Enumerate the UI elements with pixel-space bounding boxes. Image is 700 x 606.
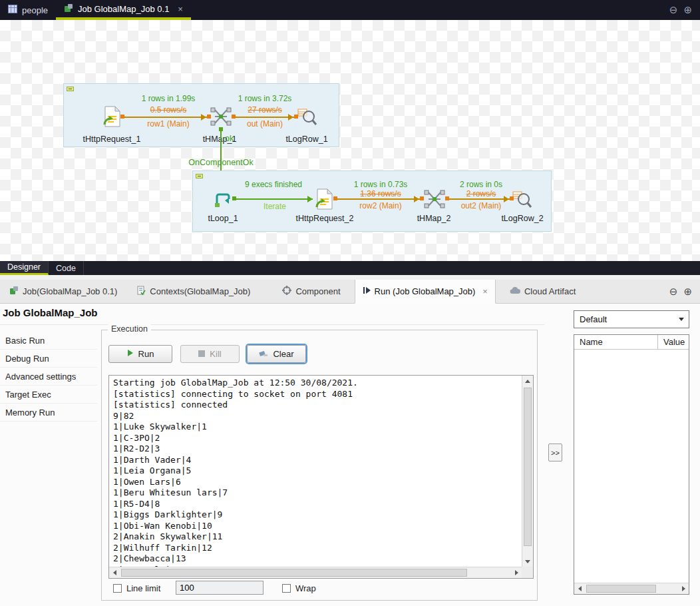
tab-contexts-view[interactable]: Contexts(GlobalMap_Job) — [130, 280, 258, 303]
collapse-subjob2-button[interactable] — [196, 174, 203, 178]
clear-button[interactable]: Clear — [247, 345, 306, 363]
minimize-icon[interactable]: ⊖ — [669, 4, 678, 16]
run-mode-item[interactable]: Basic Run — [0, 332, 97, 350]
row-stat: 1 rows in 3.72s — [224, 94, 306, 103]
run-mode-item[interactable]: Advanced settings — [0, 368, 97, 386]
tab-job-globalmap[interactable]: Job GlobalMap_Job 0.1 × — [56, 0, 191, 20]
chevron-down-icon — [674, 318, 689, 321]
component-label[interactable]: tHMap_2 — [401, 214, 467, 223]
row-name[interactable]: row2 (Main) — [339, 201, 422, 210]
trigger-label[interactable]: OnComponentOk — [174, 158, 267, 167]
column-header-value: Value — [658, 335, 689, 349]
scrollbar-corner — [522, 567, 533, 578]
scroll-left-icon[interactable] — [109, 567, 120, 578]
maximize-icon[interactable]: ⊕ — [683, 4, 692, 16]
out-connection-line[interactable] — [234, 117, 295, 118]
row-name[interactable]: out (Main) — [224, 119, 306, 129]
row-name[interactable]: Iterate — [235, 202, 315, 211]
tab-label: Run (Job GlobalMap_Job) — [375, 286, 476, 296]
column-header-name: Name — [574, 335, 658, 349]
tab-label: Code — [56, 264, 76, 273]
scrollbar-thumb[interactable] — [586, 585, 656, 593]
console-output: Starting job GlobalMap_Job at 12:50 30/0… — [109, 376, 522, 567]
row2-connection-line[interactable] — [335, 198, 421, 200]
run-mode-item[interactable]: Target Exec — [0, 386, 97, 404]
page-title: Job GlobalMap_Job — [3, 307, 98, 318]
tab-label: Contexts(GlobalMap_Job) — [150, 286, 250, 296]
scroll-up-icon[interactable] — [522, 376, 533, 386]
wrap-checkbox[interactable] — [282, 584, 291, 593]
line-limit-checkbox[interactable] — [113, 584, 122, 593]
table-grid-icon — [8, 5, 17, 15]
component-label[interactable]: tHttpRequest_2 — [291, 214, 358, 223]
tab-designer[interactable]: Designer — [0, 261, 49, 275]
minimize-icon[interactable]: ⊖ — [669, 286, 678, 298]
run-view-content: Job GlobalMap_Job Basic RunDebug RunAdva… — [0, 304, 700, 606]
view-bar-controls: ⊖ ⊕ — [669, 280, 700, 303]
close-icon[interactable]: × — [482, 286, 488, 296]
line-limit-input[interactable] — [176, 581, 263, 595]
kill-button[interactable]: Kill — [180, 345, 240, 363]
scroll-right-icon[interactable] — [511, 567, 522, 578]
designer-code-bar: Designer Code — [0, 261, 700, 275]
cloud-icon — [510, 286, 520, 296]
run-button[interactable]: Run — [108, 345, 172, 363]
context-select[interactable]: Default — [574, 310, 689, 328]
context-selected-value: Default — [574, 314, 674, 324]
job-design-canvas[interactable]: tHttpRequest_1 tHMap_1 tLogRow_1 1 rows … — [0, 20, 700, 261]
component-label[interactable]: tLogRow_2 — [489, 214, 556, 223]
thttprequest-1-icon[interactable] — [102, 106, 121, 130]
tloop-1-icon[interactable] — [213, 189, 233, 212]
talend-studio-window: people Job GlobalMap_Job 0.1 × ⊖ ⊕ tHttp… — [0, 0, 700, 606]
job-icon — [64, 3, 73, 15]
execution-console[interactable]: Starting job GlobalMap_Job at 12:50 30/0… — [108, 375, 534, 579]
tab-cloud-artifact[interactable]: Cloud Artifact — [502, 280, 583, 303]
row-rate: 0.5 rows/s — [127, 105, 210, 115]
console-line: 1|Owen Lars|6 — [113, 477, 518, 488]
console-line: 1|R5-D4|8 — [113, 499, 518, 510]
row1-connection-line[interactable] — [122, 117, 208, 118]
row-name[interactable]: row1 (Main) — [127, 119, 210, 129]
maximize-icon[interactable]: ⊕ — [683, 286, 692, 298]
component-label[interactable]: tHMap_1 — [186, 135, 253, 144]
button-label: Run — [138, 349, 154, 359]
run-mode-item[interactable]: Debug Run — [0, 350, 97, 368]
component-label[interactable]: tLoop_1 — [190, 214, 256, 223]
tab-people[interactable]: people — [0, 0, 56, 20]
component-label[interactable]: tLogRow_1 — [273, 135, 340, 144]
trigger-short-label[interactable]: ok — [225, 134, 234, 143]
out2-connection-line[interactable] — [447, 198, 510, 200]
tab-job-view[interactable]: Job(GlobalMap_Job 0.1) — [3, 280, 124, 303]
console-line: Starting job GlobalMap_Job at 12:50 30/0… — [113, 378, 518, 389]
tab-label: Job(GlobalMap_Job 0.1) — [23, 286, 117, 296]
component-label[interactable]: tHttpRequest_1 — [79, 135, 145, 144]
scrollbar-thumb[interactable] — [524, 388, 532, 546]
row-stat: 2 rows in 0s — [440, 180, 522, 189]
connection-endpoint — [333, 196, 337, 200]
tab-code[interactable]: Code — [49, 261, 84, 275]
collapse-subjob1-button[interactable] — [67, 87, 74, 91]
connection-endpoint — [120, 115, 124, 119]
scroll-down-icon[interactable] — [522, 556, 533, 567]
tab-run-view[interactable]: Run (Job GlobalMap_Job) × — [355, 280, 496, 304]
iterate-connection-line[interactable] — [234, 198, 313, 200]
close-icon[interactable]: × — [178, 4, 183, 14]
console-line: 1|C-3PO|2 — [113, 433, 518, 444]
thttprequest-2-icon[interactable] — [315, 188, 333, 212]
console-line: 1|R2-D2|3 — [113, 444, 518, 455]
clear-icon — [259, 349, 268, 360]
expand-context-panel-button[interactable]: >> — [548, 444, 562, 461]
scrollbar-thumb[interactable] — [121, 569, 467, 577]
row-name[interactable]: out2 (Main) — [440, 201, 522, 210]
scroll-left-icon[interactable] — [574, 583, 585, 594]
run-mode-item[interactable]: Memory Run — [0, 404, 97, 422]
console-horizontal-scrollbar[interactable] — [109, 567, 522, 578]
context-variables-table[interactable]: Name Value — [574, 334, 689, 595]
table-horizontal-scrollbar[interactable] — [574, 583, 689, 594]
tab-component-view[interactable]: Component — [275, 280, 347, 303]
console-vertical-scrollbar[interactable] — [522, 376, 533, 567]
tab-label: Component — [295, 286, 340, 296]
contexts-icon — [137, 286, 146, 297]
scroll-right-icon[interactable] — [678, 583, 689, 594]
divider — [0, 324, 544, 325]
